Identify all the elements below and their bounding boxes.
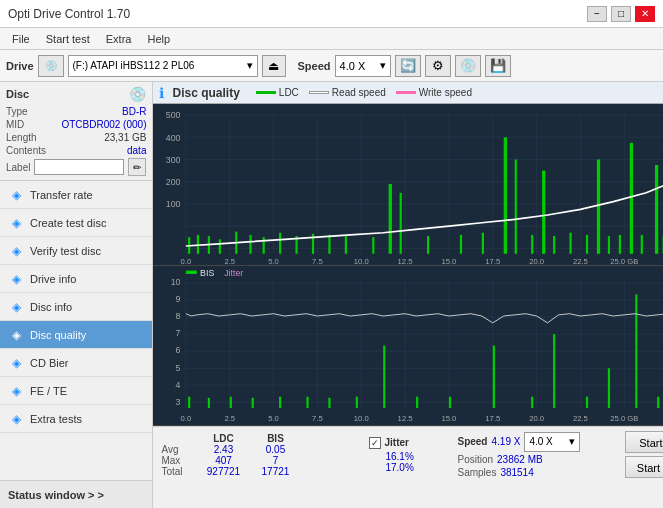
minimize-button[interactable]: − bbox=[587, 6, 607, 22]
label-edit-button[interactable]: ✏ bbox=[128, 158, 146, 176]
bis-chart: BIS Jitter bbox=[153, 266, 663, 426]
svg-text:400: 400 bbox=[166, 133, 181, 143]
svg-text:9: 9 bbox=[176, 294, 181, 304]
svg-rect-138 bbox=[586, 397, 588, 408]
save-button[interactable]: 💾 bbox=[485, 55, 511, 77]
svg-rect-60 bbox=[460, 235, 462, 254]
fe-te-label: FE / TE bbox=[30, 385, 67, 397]
speed-select[interactable]: 4.0 X ▾ bbox=[524, 432, 580, 452]
svg-rect-47 bbox=[219, 239, 221, 253]
toolbar: Drive 💿 (F:) ATAPI iHBS112 2 PL06 ▾ ⏏ Sp… bbox=[0, 50, 663, 82]
max-jitter: 17.0% bbox=[385, 462, 449, 473]
drive-combo[interactable]: (F:) ATAPI iHBS112 2 PL06 ▾ bbox=[68, 55, 258, 77]
sidebar-item-transfer-rate[interactable]: ◈ Transfer rate bbox=[0, 181, 152, 209]
create-test-disc-label: Create test disc bbox=[30, 217, 106, 229]
verify-test-disc-label: Verify test disc bbox=[30, 245, 101, 257]
bis-chart-svg: BIS Jitter bbox=[153, 266, 663, 425]
speed-combo[interactable]: 4.0 X ▾ bbox=[335, 55, 391, 77]
length-value: 23,31 GB bbox=[104, 132, 146, 143]
svg-text:17.5: 17.5 bbox=[486, 413, 502, 422]
svg-rect-135 bbox=[493, 345, 495, 408]
svg-rect-133 bbox=[417, 397, 419, 408]
svg-text:5: 5 bbox=[176, 362, 181, 372]
svg-rect-71 bbox=[619, 235, 621, 254]
svg-text:300: 300 bbox=[166, 155, 181, 165]
position-value: 23862 MB bbox=[497, 454, 543, 465]
menu-help[interactable]: Help bbox=[139, 31, 178, 47]
ldc-color-box bbox=[256, 91, 276, 94]
disc-panel: Disc 💿 Type BD-R MID OTCBDR002 (000) Len… bbox=[0, 82, 152, 181]
svg-rect-136 bbox=[532, 397, 534, 408]
svg-text:2.5: 2.5 bbox=[225, 257, 236, 265]
svg-text:7.5: 7.5 bbox=[313, 257, 324, 265]
legend-ldc: LDC bbox=[256, 87, 299, 98]
svg-text:8: 8 bbox=[176, 311, 181, 321]
menu-extra[interactable]: Extra bbox=[98, 31, 140, 47]
drive-label: Drive bbox=[6, 60, 34, 72]
length-label: Length bbox=[6, 132, 37, 143]
svg-text:0.0: 0.0 bbox=[181, 413, 192, 422]
disc-panel-icon: 💿 bbox=[129, 86, 146, 102]
svg-rect-54 bbox=[329, 235, 331, 254]
jitter-checkbox[interactable]: ✓ bbox=[369, 437, 381, 449]
ldc-legend-label: LDC bbox=[279, 87, 299, 98]
sidebar-item-disc-info[interactable]: ◈ Disc info bbox=[0, 293, 152, 321]
svg-text:5.0: 5.0 bbox=[269, 257, 280, 265]
sidebar-item-create-test-disc[interactable]: ◈ Create test disc bbox=[0, 209, 152, 237]
label-label: Label bbox=[6, 162, 30, 173]
svg-text:100: 100 bbox=[166, 199, 181, 209]
status-window-label: Status window > > bbox=[8, 489, 104, 501]
sidebar-item-drive-info[interactable]: ◈ Drive info bbox=[0, 265, 152, 293]
svg-text:7.5: 7.5 bbox=[313, 413, 324, 422]
start-part-button[interactable]: Start part bbox=[625, 456, 663, 478]
disc-button[interactable]: 💿 bbox=[455, 55, 481, 77]
close-button[interactable]: ✕ bbox=[635, 6, 655, 22]
extra-tests-icon: ◈ bbox=[8, 411, 24, 427]
svg-text:3: 3 bbox=[176, 396, 181, 406]
svg-rect-141 bbox=[658, 397, 660, 408]
menu-file[interactable]: File bbox=[4, 31, 38, 47]
svg-rect-127 bbox=[252, 398, 254, 408]
svg-rect-49 bbox=[250, 235, 252, 254]
start-full-button[interactable]: Start full bbox=[625, 431, 663, 453]
speed-header: Speed bbox=[457, 436, 487, 447]
total-label: Total bbox=[161, 466, 197, 477]
svg-rect-140 bbox=[636, 294, 638, 408]
max-ldc: 407 bbox=[197, 455, 249, 466]
svg-text:15.0: 15.0 bbox=[442, 413, 458, 422]
svg-rect-51 bbox=[280, 233, 282, 254]
settings-button[interactable]: ⚙ bbox=[425, 55, 451, 77]
read-color-box bbox=[309, 91, 329, 94]
write-color-box bbox=[396, 91, 416, 94]
menubar: File Start test Extra Help bbox=[0, 28, 663, 50]
svg-rect-126 bbox=[230, 397, 232, 408]
status-window[interactable]: Status window > > bbox=[0, 480, 152, 508]
sidebar-item-extra-tests[interactable]: ◈ Extra tests bbox=[0, 405, 152, 433]
write-legend-label: Write speed bbox=[419, 87, 472, 98]
contents-value: data bbox=[127, 145, 146, 156]
eject-button[interactable]: ⏏ bbox=[262, 55, 286, 77]
cd-bier-icon: ◈ bbox=[8, 355, 24, 371]
sidebar: Disc 💿 Type BD-R MID OTCBDR002 (000) Len… bbox=[0, 82, 153, 508]
maximize-button[interactable]: □ bbox=[611, 6, 631, 22]
svg-rect-65 bbox=[543, 171, 546, 254]
stats-bar: LDC BIS Avg 2.43 0.05 Max 407 7 bbox=[153, 426, 663, 508]
sidebar-item-cd-bier[interactable]: ◈ CD Bier bbox=[0, 349, 152, 377]
type-label: Type bbox=[6, 106, 28, 117]
svg-text:200: 200 bbox=[166, 177, 181, 187]
sidebar-item-fe-te[interactable]: ◈ FE / TE bbox=[0, 377, 152, 405]
menu-start-test[interactable]: Start test bbox=[38, 31, 98, 47]
speed-select-arrow: ▾ bbox=[569, 435, 575, 448]
label-input[interactable] bbox=[34, 159, 124, 175]
ldc-chart-svg: 500 400 300 200 100 18X 16X 14X 12X 10X … bbox=[153, 104, 663, 265]
sidebar-item-disc-quality[interactable]: ◈ Disc quality bbox=[0, 321, 152, 349]
svg-text:0.0: 0.0 bbox=[181, 257, 192, 265]
sidebar-item-verify-test-disc[interactable]: ◈ Verify test disc bbox=[0, 237, 152, 265]
refresh-button[interactable]: 🔄 bbox=[395, 55, 421, 77]
svg-text:10: 10 bbox=[171, 277, 181, 287]
verify-test-disc-icon: ◈ bbox=[8, 243, 24, 259]
svg-rect-132 bbox=[384, 345, 386, 408]
svg-text:22.5: 22.5 bbox=[573, 257, 588, 265]
drive-info-label: Drive info bbox=[30, 273, 76, 285]
disc-quality-title: Disc quality bbox=[172, 86, 239, 100]
